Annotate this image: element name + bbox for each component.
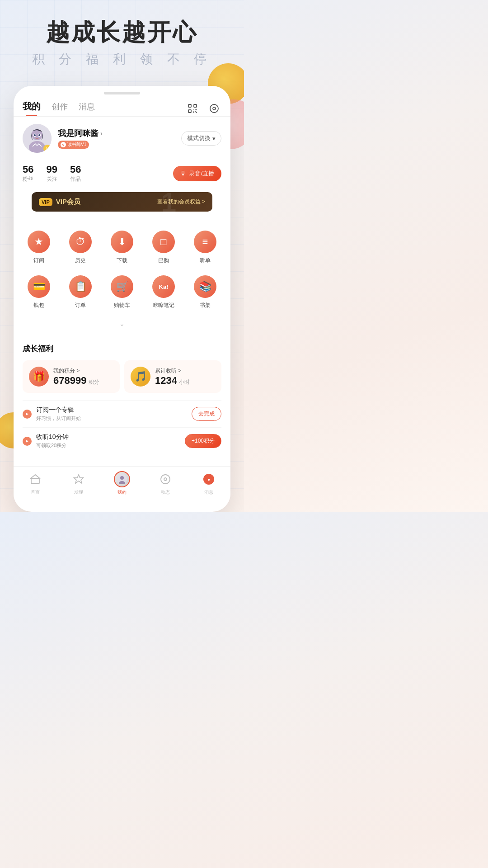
cart-label: 购物车	[114, 302, 130, 309]
fans-label: 粉丝	[23, 175, 33, 183]
fans-stat[interactable]: 56 粉丝	[23, 164, 33, 183]
action-cart[interactable]: 🛒 购物车	[111, 275, 133, 309]
orders-icon: 📋	[69, 275, 92, 298]
action-bookshelf[interactable]: 📚 书架	[194, 275, 216, 309]
follow-count: 99	[46, 164, 57, 175]
action-orders[interactable]: 📋 订单	[69, 275, 92, 309]
vip-bar[interactable]: VIP VIP会员 1 查看我的会员权益 >	[32, 192, 212, 212]
scan-button[interactable]	[185, 101, 200, 116]
growth-title: 成长福利	[23, 344, 221, 354]
svg-rect-2	[188, 110, 191, 113]
discover-icon	[70, 471, 87, 487]
svg-marker-17	[74, 475, 83, 483]
tab-create[interactable]: 创作	[52, 101, 68, 116]
nav-messages-label: 消息	[204, 489, 213, 495]
action-wallet[interactable]: 💳 钱包	[28, 275, 50, 309]
profile-badge: V 读书郎V1	[58, 141, 89, 149]
task-subscribe-button[interactable]: 去完成	[192, 407, 221, 421]
svg-point-8	[213, 107, 216, 110]
action-subscribe[interactable]: ★ 订阅	[28, 231, 50, 264]
action-download[interactable]: ⬇ 下载	[111, 231, 133, 264]
follow-stat[interactable]: 99 关注	[46, 164, 57, 183]
listen-link[interactable]: 累计收听 >	[155, 367, 190, 375]
listen-info: 累计收听 > 1234 小时	[155, 367, 190, 387]
tab-mine[interactable]: 我的	[23, 100, 41, 116]
svg-line-6	[196, 112, 197, 113]
points-icon: 🎁	[29, 367, 49, 387]
orders-label: 订单	[75, 302, 86, 309]
action-history[interactable]: ⏱ 历史	[69, 231, 92, 264]
works-count: 56	[70, 164, 81, 175]
listen-card[interactable]: 🎵 累计收听 > 1234 小时	[124, 360, 221, 393]
task-subscribe-desc: 好习惯，从订阅开始	[36, 415, 192, 422]
bookshelf-label: 书架	[200, 302, 211, 309]
profile-info: 我是阿咪酱 › V 读书郎V1	[58, 128, 181, 149]
points-link[interactable]: 我的积分 >	[53, 367, 99, 375]
purchased-label: 已购	[158, 257, 169, 264]
dynamic-icon	[157, 471, 174, 487]
nav-discover[interactable]: 发现	[70, 471, 87, 495]
follow-label: 关注	[46, 175, 57, 183]
mode-switch-button[interactable]: 模式切换 ▾	[181, 131, 221, 146]
messages-icon: ●	[201, 471, 217, 487]
nav-profile-avatar	[114, 471, 130, 487]
hero-title: 越成长越开心	[9, 18, 235, 46]
profile-section: V 我是阿咪酱 › V 读书郎V1 模式切换 ▾	[14, 117, 230, 160]
tab-messages[interactable]: 消息	[79, 101, 95, 116]
vip-badge: VIP	[39, 198, 52, 206]
task-listen: 收听10分钟 可领取20积分 +100积分	[23, 427, 221, 454]
nav-dynamic[interactable]: 动态	[157, 471, 174, 495]
task-listen-info: 收听10分钟 可领取20积分	[36, 433, 185, 449]
notes-label: 咔嚓笔记	[153, 302, 174, 309]
mic-icon: 🎙	[180, 170, 186, 177]
points-value: 678999	[53, 375, 86, 386]
action-notes[interactable]: Ka! 咔嚓笔记	[152, 275, 175, 309]
listen-unit: 小时	[179, 379, 190, 385]
record-button[interactable]: 🎙 录音/直播	[173, 166, 221, 181]
tabs-row: 我的 创作 消息	[14, 97, 230, 117]
nav-messages[interactable]: ● 消息	[201, 471, 217, 495]
nav-profile-label: 我的	[117, 489, 127, 495]
task-subscribe: 订阅一个专辑 好习惯，从订阅开始 去完成	[23, 400, 221, 427]
task-listen-button[interactable]: +100积分	[185, 434, 221, 448]
quick-actions-2: 💳 钱包 📋 订单 🛒 购物车 Ka! 咔嚓笔记 📚 书架	[14, 274, 230, 318]
quick-actions-1: ★ 订阅 ⏱ 历史 ⬇ 下载 □ 已购 ≡ 听单	[14, 222, 230, 274]
task-subscribe-icon	[23, 410, 32, 419]
avatar[interactable]: V	[23, 124, 52, 153]
phone-top-bar	[14, 86, 230, 97]
svg-point-14	[34, 134, 36, 136]
profile-name[interactable]: 我是阿咪酱 ›	[58, 128, 181, 139]
notes-icon: Ka!	[152, 275, 175, 298]
works-stat[interactable]: 56 作品	[70, 164, 81, 183]
vip-text: VIP会员	[56, 198, 80, 206]
svg-point-19	[120, 476, 124, 480]
chevron-down-icon: ▾	[212, 135, 216, 142]
action-purchased[interactable]: □ 已购	[152, 231, 175, 264]
phone-mockup: 我的 创作 消息	[14, 86, 230, 512]
svg-rect-1	[194, 104, 197, 107]
vip-decoration: 1	[161, 192, 176, 212]
stats-row: 56 粉丝 99 关注 56 作品 🎙 录音/直播	[14, 160, 230, 189]
purchased-icon: □	[152, 231, 175, 253]
svg-rect-16	[31, 478, 39, 484]
points-unit: 积分	[89, 379, 99, 385]
expand-arrow[interactable]: ⌄	[14, 318, 230, 332]
phone-notch	[104, 92, 140, 94]
bottom-nav: 首页 发现 我的	[14, 466, 230, 503]
listen-icon: 🎵	[131, 367, 150, 387]
action-playlist[interactable]: ≡ 听单	[194, 231, 216, 264]
task-listen-icon	[23, 437, 32, 446]
playlist-label: 听单	[200, 257, 211, 264]
points-card[interactable]: 🎁 我的积分 > 678999 积分	[23, 360, 120, 393]
task-subscribe-title: 订阅一个专辑	[36, 406, 192, 414]
settings-button[interactable]	[207, 101, 221, 116]
task-subscribe-info: 订阅一个专辑 好习惯，从订阅开始	[36, 406, 192, 422]
works-label: 作品	[70, 175, 81, 183]
nav-home[interactable]: 首页	[27, 471, 43, 495]
subscribe-icon: ★	[28, 231, 50, 253]
nav-profile[interactable]: 我的	[114, 471, 130, 495]
profile-arrow: ›	[100, 130, 103, 137]
task-listen-title: 收听10分钟	[36, 433, 185, 441]
download-icon: ⬇	[111, 231, 133, 253]
download-label: 下载	[117, 257, 127, 264]
